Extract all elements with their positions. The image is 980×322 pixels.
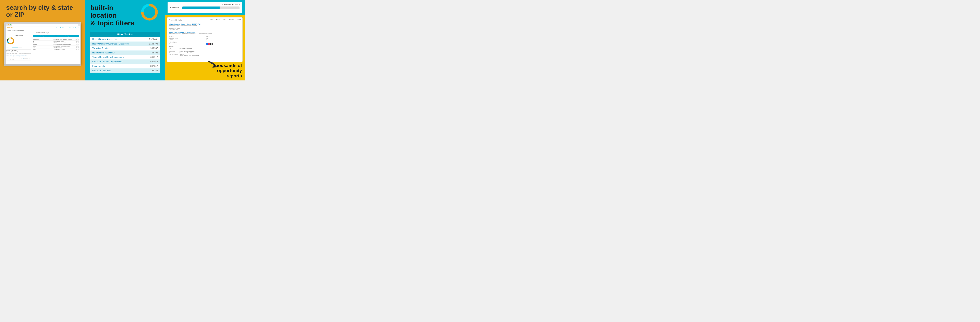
screen-filters-row: [State] [City] [Zip (optional)] xyxy=(6,29,80,32)
screen-city-score: City Score : xyxy=(6,48,31,49)
laptop-screen: zipk.io zipsprout Home Find Prospects My… xyxy=(6,24,80,64)
right-top-panel: PROSPECT DETAILS City Score : xyxy=(165,0,245,15)
dot-yellow xyxy=(8,24,9,25)
screen-right-panel: Filter Opportunities Festival62.4% Farme… xyxy=(32,34,80,64)
pcd-topics-title: Topics xyxy=(169,46,241,48)
city-score-label: City Score : xyxy=(170,7,180,9)
pcd-title: Prospect Details xyxy=(169,19,182,21)
filter-topics-col: Filter Topics Health/Disease Awareness3,… xyxy=(56,35,79,64)
zip-filter[interactable]: [Zip (optional)] xyxy=(16,30,24,31)
filter-features-title: Filter Features xyxy=(6,35,31,36)
screen-url: zipk.io xyxy=(12,24,78,26)
ft-row-6: Education - Elementary Education 501,938 xyxy=(90,60,160,64)
mini-donut-chart xyxy=(6,37,14,45)
screen-body: Filter Features City Score : xyxy=(6,34,80,64)
ft-row-7: Environmental 392,842 xyxy=(90,64,160,68)
screen-left-panel: Filter Features City Score : xyxy=(6,34,32,64)
pcd-header: Prospect Details Links Phone Email Conta… xyxy=(169,19,241,22)
pcd-body: ■ Open House at Oracle + Bronto [EXTERNA… xyxy=(169,23,241,56)
facebook-icon xyxy=(206,43,208,45)
social-icons-placeholder xyxy=(206,43,241,45)
dot-red xyxy=(6,24,8,25)
screen-logo: zipsprout xyxy=(7,27,13,29)
state-filter[interactable]: [State] xyxy=(7,30,11,31)
ft-row-1: Health/ Disease Awareness 3,929,481 xyxy=(90,37,160,42)
filter-topics-header: Filter Topics xyxy=(90,32,160,37)
pcd-meta-grid: File Type:HTML Outbound Links:15 Emails:… xyxy=(169,36,241,45)
middle-section: built-in location & topic filters Filter… xyxy=(85,0,165,81)
search-results-count: SEARCH RESULTS: 12,923 xyxy=(6,32,80,34)
search-heading: search by city & state or ZIP xyxy=(6,4,79,18)
prospect-card-big: Prospect Details Links Phone Email Conta… xyxy=(167,17,243,62)
screen-nav: zipsprout Home Find Prospects My Reports… xyxy=(6,26,80,29)
social4-icon xyxy=(212,43,213,45)
pcd-event-2: ■ CFO of the Year Awards [EXTERNAL] http… xyxy=(169,31,241,35)
laptop-base xyxy=(4,64,81,66)
prospect-card-top: PROSPECT DETAILS City Score : xyxy=(167,2,242,13)
social3-icon xyxy=(210,43,212,45)
ft-row-4: Homeowners Association 749,393 xyxy=(90,51,160,55)
screen-nav-links: Home Find Prospects My Reports Logout xyxy=(57,27,78,29)
laptop-body: zipk.io zipsprout Home Find Prospects My… xyxy=(4,22,81,64)
right-bottom-panel: Prospect Details Links Phone Email Conta… xyxy=(165,15,245,81)
filter-opps-header: Filter Opportunities xyxy=(33,35,56,37)
city-score-bar-fill xyxy=(182,6,220,9)
filter-topics-header: Filter Topics xyxy=(56,35,79,37)
screen-prospect-title: PROSPECT DETAILS xyxy=(6,49,31,51)
screen-topbar: zipk.io xyxy=(6,24,80,26)
screen-row-2: 91.52 CFO of the Year Awards [EXTERNAL] … xyxy=(6,57,31,61)
pcd-left: ■ Open House at Oracle + Bronto [EXTERNA… xyxy=(169,23,241,56)
right-section-wrapper: PROSPECT DETAILS City Score : Prospect D… xyxy=(165,0,245,81)
ft-row-2: Health/ Disease Awareness - Disabilities… xyxy=(90,42,160,46)
pcd-scores: State Score: 11,20 City Score: 152.4 xyxy=(169,28,241,30)
ft-row-3: The Arts - Theatre 938,287 xyxy=(90,46,160,51)
prospect-details-top-label: PROSPECT DETAILS xyxy=(222,3,240,5)
screen-row-1: 412.23 Open House at Oracle + Bronto [EX… xyxy=(6,54,31,57)
left-section: search by city & state or ZIP zipk.io zi… xyxy=(0,0,85,81)
pcd-col-labels: Links Phone Email Contact Social xyxy=(210,19,241,21)
big-donut-chart xyxy=(140,3,159,21)
filter-topics-table: Filter Topics Health/ Disease Awareness … xyxy=(90,32,160,73)
ft-row-5: Trade - Homes/Home Improvement 695,912 xyxy=(90,55,160,60)
dot-green xyxy=(10,24,11,25)
filter-opps-col: Filter Opportunities Festival62.4% Farme… xyxy=(33,35,56,64)
city-filter[interactable]: [City] xyxy=(12,30,16,31)
screen-table-header: Score Type Prospect Details Links Phone … xyxy=(6,52,31,54)
ft-row-8: Education - Libraries 298,183 xyxy=(90,68,160,73)
laptop-mockup: zipk.io zipsprout Home Find Prospects My… xyxy=(4,22,81,66)
pcd-topics-section: Topics Fair Festival Fundraiser Show Far… xyxy=(169,46,241,56)
thousands-label: thousands of opportunity reports xyxy=(214,63,242,78)
pcd-event-1: ■ Open House at Oracle + Bronto [EXTERNA… xyxy=(169,23,241,27)
city-score-bar xyxy=(182,6,240,9)
instagram-icon xyxy=(208,43,210,45)
